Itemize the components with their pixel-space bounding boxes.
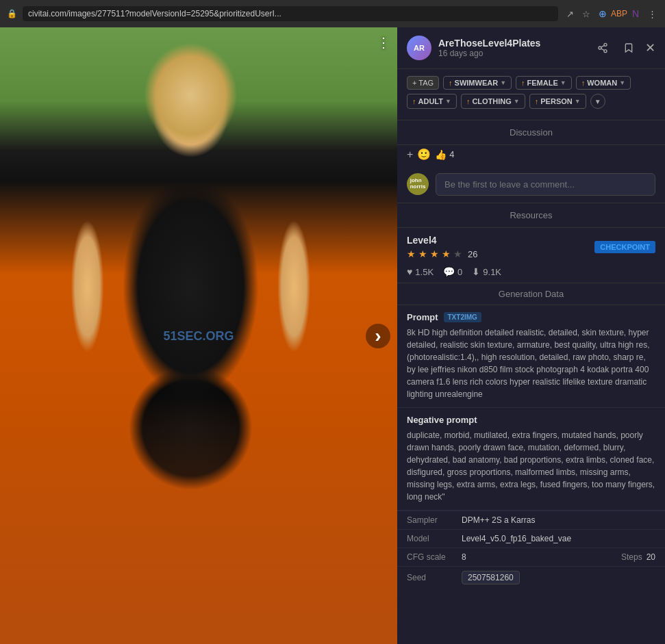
tag-up-icon: ↑ bbox=[535, 97, 539, 105]
background-scene: 51SEC.ORG bbox=[0, 27, 397, 644]
onenote-icon[interactable]: N bbox=[629, 8, 642, 20]
star-3: ★ bbox=[430, 248, 439, 259]
likes-stat: ♥ 1.5K bbox=[407, 266, 434, 277]
tags-row-2: ↑ ADULT ▼ ↑ CLOTHING ▼ ↑ PERSON ▼ ▼ bbox=[407, 94, 655, 109]
header-actions: ✕ bbox=[593, 38, 655, 57]
resources-section: Resources Level4 ★ ★ ★ ★ ★ 26 CHECKPOINT bbox=[397, 203, 665, 283]
expand-tags-button[interactable]: ▼ bbox=[590, 94, 605, 109]
track-overlay bbox=[0, 398, 397, 644]
model-row: Model Level4_v5.0_fp16_baked_vae bbox=[397, 529, 665, 548]
downloads-value: 9.1K bbox=[483, 267, 501, 277]
seed-row: Seed 2507581260 bbox=[397, 566, 665, 589]
browser-chrome: 🔒 civitai.com/images/277511?modelVersion… bbox=[0, 0, 665, 27]
negative-prompt-title: Negative prompt bbox=[407, 415, 477, 425]
tag-arrow: ▼ bbox=[619, 79, 625, 86]
menu-btn[interactable]: ⋮ bbox=[646, 8, 658, 20]
star-1: ★ bbox=[407, 248, 416, 259]
rating-row: ★ ★ ★ ★ ★ 26 bbox=[407, 248, 594, 259]
close-button[interactable]: ✕ bbox=[645, 40, 655, 55]
negative-prompt-block: Negative prompt duplicate, morbid, mutil… bbox=[397, 408, 665, 511]
discussion-title: Discussion bbox=[397, 120, 665, 145]
tag-up-icon: ↑ bbox=[449, 79, 453, 87]
svg-point-2 bbox=[604, 50, 607, 53]
star-icon[interactable]: ☆ bbox=[580, 8, 592, 20]
tag-arrow: ▼ bbox=[560, 79, 566, 86]
image-panel: 51SEC.ORG ⋮ › bbox=[0, 27, 397, 644]
navigate-icon[interactable]: ↗ bbox=[564, 8, 576, 20]
prompt-label-row: Prompt TXT2IMG bbox=[407, 312, 655, 322]
avatar-initials: AR bbox=[414, 44, 425, 52]
tag-label: PERSON bbox=[540, 97, 572, 105]
lock-icon: 🔒 bbox=[7, 9, 17, 18]
svg-point-1 bbox=[599, 47, 601, 49]
address-bar[interactable]: civitai.com/images/277511?modelVersionId… bbox=[23, 6, 558, 21]
emoji-button[interactable]: 🙂 bbox=[417, 148, 431, 161]
right-panel: AR AreThoseLevel4Plates 16 days ago bbox=[397, 27, 665, 644]
comment-icon: 💬 bbox=[443, 266, 455, 277]
star-4: ★ bbox=[442, 248, 451, 259]
rating-count: 26 bbox=[468, 249, 477, 259]
svg-point-0 bbox=[604, 43, 607, 46]
tag-label: CLOTHING bbox=[472, 97, 511, 105]
downloads-stat: ⬇ 9.1K bbox=[472, 266, 501, 277]
tag-label: FEMALE bbox=[527, 79, 558, 87]
generation-content[interactable]: Prompt TXT2IMG 8k HD high definition det… bbox=[397, 305, 665, 644]
comments-stat: 💬 0 bbox=[443, 266, 462, 277]
url-text: civitai.com/images/277511?modelVersionId… bbox=[28, 9, 281, 18]
add-tag-label: + TAG bbox=[412, 79, 434, 87]
tag-arrow: ▼ bbox=[445, 98, 451, 105]
resource-info: Level4 ★ ★ ★ ★ ★ 26 bbox=[407, 235, 594, 259]
bookmark-button[interactable] bbox=[619, 38, 638, 57]
sampler-row: Sampler DPM++ 2S a Karras bbox=[397, 511, 665, 529]
add-tag-button[interactable]: + TAG bbox=[407, 76, 439, 90]
tags-section: + TAG ↑ SWIMWEAR ▼ ↑ FEMALE ▼ ↑ WOMAN ▼ bbox=[397, 69, 665, 120]
tag-woman[interactable]: ↑ WOMAN ▼ bbox=[576, 76, 631, 90]
negative-prompt-text: duplicate, morbid, mutilated, extra fing… bbox=[407, 429, 655, 503]
tag-person[interactable]: ↑ PERSON ▼ bbox=[529, 94, 586, 109]
svg-line-3 bbox=[601, 49, 605, 51]
cfg-steps-row: CFG scale 8 Steps 20 bbox=[397, 548, 665, 566]
comment-input[interactable] bbox=[436, 173, 655, 196]
tag-label: ADULT bbox=[418, 97, 443, 105]
tag-adult[interactable]: ↑ ADULT ▼ bbox=[407, 94, 457, 109]
tag-up-icon: ↑ bbox=[521, 79, 525, 87]
comments-value: 0 bbox=[457, 267, 462, 277]
like-row: + 🙂 👍 4 bbox=[397, 145, 665, 166]
negative-label-row: Negative prompt bbox=[407, 415, 655, 425]
more-options-button[interactable]: ⋮ bbox=[377, 34, 390, 51]
discussion-section: Discussion + 🙂 👍 4 johnnorris bbox=[397, 120, 665, 203]
tag-female[interactable]: ↑ FEMALE ▼ bbox=[516, 76, 572, 90]
share-button[interactable] bbox=[593, 38, 612, 57]
svg-line-4 bbox=[601, 45, 605, 47]
resources-title: Resources bbox=[397, 203, 665, 228]
tag-up-icon: ↑ bbox=[412, 97, 416, 105]
steps-value: 20 bbox=[647, 552, 655, 562]
tag-up-icon: ↑ bbox=[581, 79, 586, 87]
main-layout: 51SEC.ORG ⋮ › AR AreThoseLevel4Plates 16… bbox=[0, 27, 665, 644]
cfg-label: CFG scale bbox=[407, 552, 462, 562]
sampler-value: DPM++ 2S a Karras bbox=[462, 515, 655, 525]
user-info: AreThoseLevel4Plates 16 days ago bbox=[438, 38, 586, 58]
prompt-block: Prompt TXT2IMG 8k HD high definition det… bbox=[397, 305, 665, 408]
tag-label: SWIMWEAR bbox=[455, 79, 499, 87]
tag-swimwear[interactable]: ↑ SWIMWEAR ▼ bbox=[443, 76, 512, 90]
add-reaction-button[interactable]: + bbox=[407, 149, 413, 161]
resource-item: Level4 ★ ★ ★ ★ ★ 26 CHECKPOINT bbox=[397, 228, 665, 266]
tag-up-icon: ↑ bbox=[466, 97, 470, 105]
comment-area: johnnorris bbox=[397, 166, 665, 203]
tags-row-1: + TAG ↑ SWIMWEAR ▼ ↑ FEMALE ▼ ↑ WOMAN ▼ bbox=[407, 76, 655, 90]
checkpoint-badge: CHECKPOINT bbox=[594, 241, 655, 253]
adblock-icon[interactable]: ABP bbox=[613, 8, 625, 20]
extensions-icon[interactable]: ⊕ bbox=[597, 8, 609, 20]
generation-section: Generation Data Prompt TXT2IMG 8k HD hig… bbox=[397, 283, 665, 644]
txt2img-badge: TXT2IMG bbox=[444, 312, 481, 322]
seed-value: 2507581260 bbox=[462, 571, 520, 584]
next-image-arrow[interactable]: › bbox=[366, 324, 390, 348]
username: AreThoseLevel4Plates bbox=[438, 38, 586, 49]
tag-label: WOMAN bbox=[587, 79, 617, 87]
tag-clothing[interactable]: ↑ CLOTHING ▼ bbox=[461, 94, 525, 109]
cfg-value: 8 bbox=[462, 552, 610, 562]
like-button[interactable]: 👍 4 bbox=[435, 149, 454, 160]
likes-value: 1.5K bbox=[415, 267, 434, 277]
like-count: 4 bbox=[449, 149, 454, 159]
